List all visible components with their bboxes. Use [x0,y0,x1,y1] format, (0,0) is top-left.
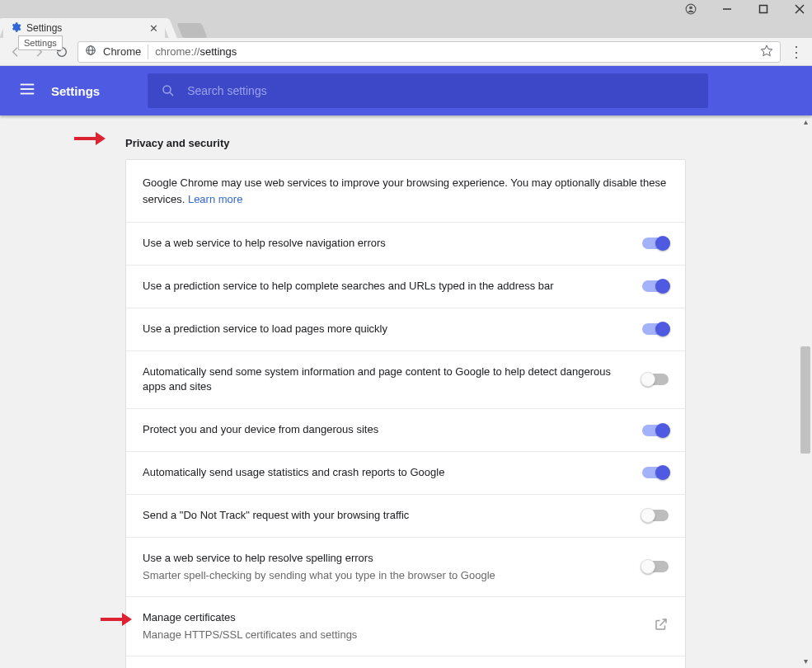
tab-title: Settings [26,22,62,34]
row-text: Automatically send some system informati… [143,365,629,396]
settings-row: Use a web service to help resolve spelli… [126,538,685,597]
scroll-up-icon[interactable]: ▴ [799,115,812,129]
toggle-switch[interactable] [642,323,669,335]
tab-tooltip: Settings [18,35,63,50]
settings-row[interactable]: Manage certificatesManage HTTPS/SSL cert… [126,597,685,656]
row-label: Protect you and your device from dangero… [143,422,629,438]
settings-row: Use a prediction service to load pages m… [126,308,685,351]
privacy-card: Google Chrome may use web services to im… [125,159,686,668]
learn-more-link[interactable]: Learn more [188,193,242,205]
chrome-menu-icon[interactable]: ⋮ [789,43,804,61]
svg-marker-16 [96,132,106,145]
svg-rect-3 [760,6,767,13]
new-tab-button[interactable] [176,23,207,38]
settings-header: Settings [0,66,812,115]
settings-row[interactable]: Content settingsControl what information… [126,656,685,668]
row-text: Send a "Do Not Track" request with your … [143,508,629,524]
row-text: Protect you and your device from dangero… [143,422,629,438]
settings-row: Send a "Do Not Track" request with your … [126,495,685,538]
settings-content: Privacy and security Google Chrome may u… [0,115,799,668]
omnibox-separator [148,45,148,59]
settings-row: Use a prediction service to help complet… [126,266,685,308]
privacy-intro: Google Chrome may use web services to im… [126,160,685,223]
browser-toolbar: Chrome chrome://settings ⋮ [0,38,812,66]
row-text: Use a web service to help resolve naviga… [143,236,629,252]
vertical-scrollbar[interactable]: ▴ ▾ [799,115,812,668]
row-label: Use a web service to help resolve spelli… [143,551,629,567]
omnibox-origin: Chrome [103,45,141,58]
tab-close-icon[interactable]: ✕ [149,23,158,34]
external-link-icon[interactable] [654,617,669,635]
omnibox[interactable]: Chrome chrome://settings [77,41,781,63]
settings-row: Protect you and your device from dangero… [126,409,685,452]
row-label: Use a prediction service to load pages m… [143,322,629,337]
row-text: Use a prediction service to load pages m… [143,322,629,337]
gear-icon [10,21,21,35]
svg-point-13 [163,86,171,93]
svg-line-14 [170,92,173,96]
page-title: Settings [51,84,100,98]
svg-marker-9 [761,45,772,56]
toggle-switch[interactable] [642,425,669,436]
site-info-icon[interactable] [85,45,96,59]
annotation-arrow-icon [101,613,132,626]
tabstrip: Settings ✕ [0,18,812,38]
toggle-switch[interactable] [642,280,669,292]
toggle-switch[interactable] [642,238,669,249]
toggle-switch[interactable] [642,510,669,521]
account-icon[interactable] [683,2,698,16]
row-text: Use a prediction service to help complet… [143,279,629,294]
search-icon [161,83,176,98]
row-text: Automatically send usage statistics and … [143,465,629,481]
scroll-thumb[interactable] [800,346,810,454]
toggle-switch[interactable] [642,467,669,478]
settings-row: Use a web service to help resolve naviga… [126,223,685,266]
row-label: Use a prediction service to help complet… [143,279,629,294]
row-text: Use a web service to help resolve spelli… [143,551,629,583]
toggle-switch[interactable] [642,374,669,385]
row-sublabel: Manage HTTPS/SSL certificates and settin… [143,628,641,642]
bookmark-star-icon[interactable] [760,44,773,59]
row-label: Use a web service to help resolve naviga… [143,236,629,252]
omnibox-url: chrome://settings [155,45,237,58]
os-titlebar [0,0,812,18]
settings-row: Automatically send usage statistics and … [126,452,685,495]
search-input[interactable] [187,84,695,97]
section-title-privacy: Privacy and security [125,137,799,149]
row-label: Automatically send usage statistics and … [143,465,629,481]
row-text: Manage certificatesManage HTTPS/SSL cert… [143,610,641,642]
maximize-icon[interactable] [756,2,771,16]
row-sublabel: Smarter spell-checking by sending what y… [143,568,629,583]
minimize-icon[interactable] [720,2,735,16]
row-label: Automatically send some system informati… [143,365,629,396]
annotation-arrow-icon [74,132,106,145]
row-label: Send a "Do Not Track" request with your … [143,508,629,524]
toggle-switch[interactable] [642,561,669,572]
scroll-down-icon[interactable]: ▾ [799,655,812,668]
svg-marker-18 [122,613,132,626]
settings-row: Automatically send some system informati… [126,351,685,410]
row-label: Manage certificates [143,610,641,626]
window-close-icon[interactable] [792,2,807,16]
menu-icon[interactable] [18,80,36,101]
svg-point-1 [689,6,692,9]
search-settings[interactable] [148,73,708,108]
